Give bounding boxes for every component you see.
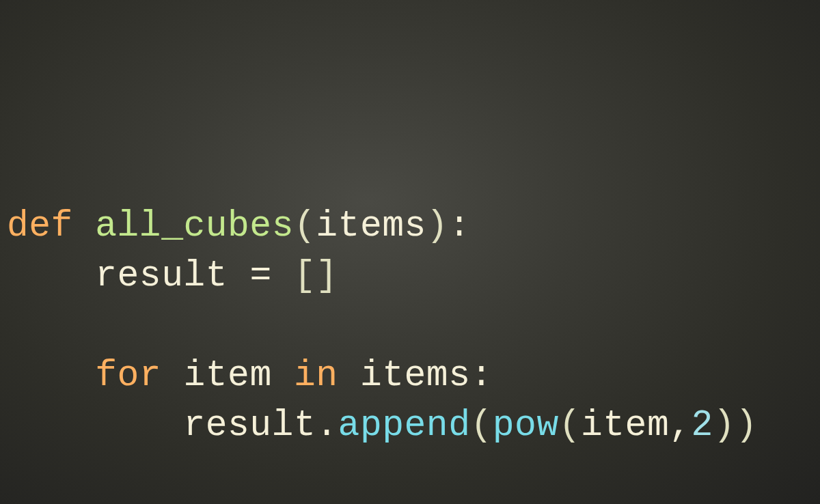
code-token: = bbox=[249, 255, 294, 296]
code-line[interactable] bbox=[7, 451, 820, 501]
code-token: items bbox=[316, 206, 426, 247]
code-token: ( bbox=[470, 405, 492, 446]
code-token: ( bbox=[294, 206, 316, 247]
code-editor[interactable]: def all_cubes(items): result = [] for it… bbox=[7, 201, 820, 505]
code-line[interactable] bbox=[7, 301, 820, 351]
code-token: ) bbox=[426, 206, 448, 247]
code-token: : bbox=[448, 206, 470, 247]
code-token: in bbox=[294, 355, 360, 396]
code-token: item bbox=[581, 405, 669, 446]
code-token: . bbox=[316, 405, 338, 446]
code-token: for bbox=[95, 355, 183, 396]
code-token: items bbox=[360, 355, 471, 396]
code-line[interactable]: result = [] bbox=[7, 251, 820, 301]
code-token: item bbox=[183, 355, 294, 396]
code-line[interactable]: for item in items: bbox=[7, 351, 820, 401]
code-token: result bbox=[183, 405, 316, 446]
code-line[interactable]: print(result) bbox=[7, 501, 820, 504]
code-token: [] bbox=[294, 255, 338, 296]
code-token: append bbox=[338, 405, 471, 446]
code-token: 2 bbox=[692, 405, 713, 446]
code-token: , bbox=[669, 405, 691, 446]
code-token: )) bbox=[713, 405, 758, 446]
code-line[interactable]: def all_cubes(items): bbox=[7, 201, 820, 251]
code-token: ( bbox=[559, 405, 581, 446]
code-token: all_cubes bbox=[95, 206, 294, 247]
code-token: result bbox=[95, 255, 249, 296]
code-token: pow bbox=[493, 405, 559, 446]
code-line[interactable]: result.append(pow(item,2)) bbox=[7, 401, 820, 451]
code-token: def bbox=[7, 206, 95, 247]
code-token: : bbox=[470, 355, 492, 396]
